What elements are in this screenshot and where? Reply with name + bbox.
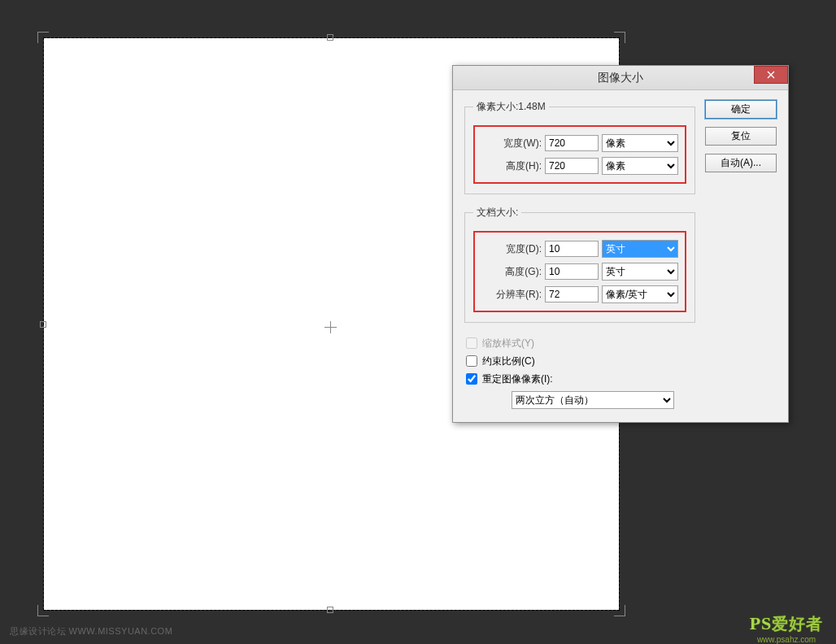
resample-row[interactable]: 重定图像像素(I): [464,370,695,388]
image-size-dialog: 图像大小 像素大小:1.48M 宽度(W): 像素 高度(H): [452,65,789,423]
scale-styles-checkbox [466,337,477,349]
pixel-size-legend: 像素大小:1.48M [473,100,549,114]
close-icon [767,71,775,79]
resolution-label: 分辨率(R): [481,288,542,302]
watermark-right: PS爱好者 www.psahz.com [743,613,829,644]
dialog-title: 图像大小 [598,71,643,85]
transform-corner-br[interactable] [614,605,625,616]
doc-height-unit-select[interactable]: 英寸 [602,263,678,281]
reset-button[interactable]: 复位 [705,127,777,146]
watermark-left: 思缘设计论坛 WWW.MISSYUAN.COM [10,625,172,637]
constrain-row[interactable]: 约束比例(C) [464,352,695,370]
pixel-height-unit-select[interactable]: 像素 [602,157,678,175]
scale-styles-row: 缩放样式(Y) [464,334,695,352]
pixel-highlight: 宽度(W): 像素 高度(H): 像素 [473,125,686,184]
watermark-url: www.psahz.com [743,635,829,644]
watermark-logo-cn: 爱好者 [772,615,823,633]
resolution-unit-select[interactable]: 像素/英寸 [602,285,678,303]
resample-method-select[interactable]: 两次立方（自动） [512,391,674,409]
transform-corner-bl[interactable] [37,605,49,616]
transform-corner-tr[interactable] [614,32,625,43]
pixel-height-label: 高度(H): [481,159,542,173]
doc-width-input[interactable] [545,241,599,257]
pixel-width-unit-select[interactable]: 像素 [602,134,678,152]
doc-height-label: 高度(G): [481,265,542,279]
document-size-group: 文档大小: 宽度(D): 英寸 高度(G): 英寸 [464,206,695,323]
scale-styles-label: 缩放样式(Y) [482,337,534,350]
resample-label: 重定图像像素(I): [482,372,553,386]
doc-highlight: 宽度(D): 英寸 高度(G): 英寸 分辨率(R) [473,231,686,312]
pixel-size-group: 像素大小:1.48M 宽度(W): 像素 高度(H): 像素 [464,100,695,194]
constrain-checkbox[interactable] [466,355,477,367]
close-button[interactable] [754,66,788,84]
doc-height-input[interactable] [545,263,599,280]
pixel-height-input[interactable] [545,158,599,174]
resolution-input[interactable] [545,286,599,302]
ok-button[interactable]: 确定 [705,100,777,119]
constrain-label: 约束比例(C) [482,355,535,368]
doc-width-label: 宽度(D): [481,242,542,256]
resample-checkbox[interactable] [466,373,477,385]
transform-handle-bottom[interactable] [327,607,333,613]
watermark-logo-en: PS [750,613,773,633]
pixel-width-input[interactable] [545,135,599,151]
transform-handle-left[interactable] [40,321,46,328]
dialog-titlebar[interactable]: 图像大小 [453,66,788,90]
transform-corner-tl[interactable] [37,32,49,43]
transform-handle-top[interactable] [327,34,333,41]
doc-width-unit-select[interactable]: 英寸 [602,240,678,258]
pixel-width-label: 宽度(W): [481,137,542,150]
auto-button[interactable]: 自动(A)... [705,154,777,172]
document-size-legend: 文档大小: [473,206,521,220]
